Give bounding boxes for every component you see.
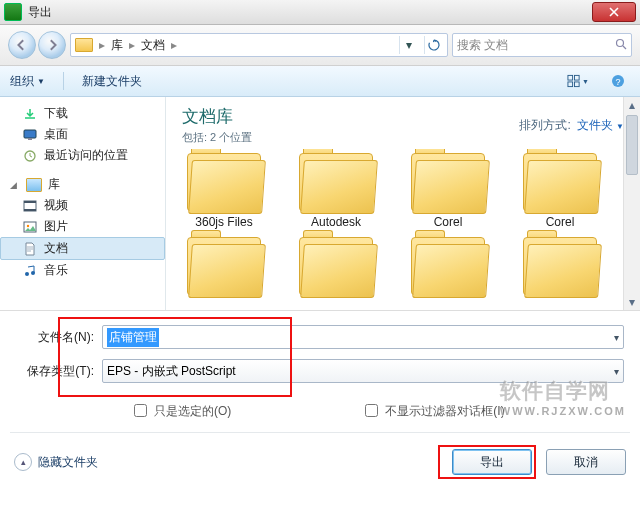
chevron-down-icon: ▼	[582, 78, 589, 85]
folder-label: Autodesk	[311, 215, 361, 229]
folder-icon	[411, 153, 485, 211]
new-folder-button[interactable]: 新建文件夹	[82, 73, 142, 90]
tree-item-libraries[interactable]: ◢库	[0, 174, 165, 195]
search-input[interactable]: 搜索 文档	[452, 33, 632, 57]
folder-icon	[299, 153, 373, 211]
tree-label: 文档	[44, 240, 68, 257]
folder-item[interactable]: Corel	[398, 153, 498, 229]
library-subtitle[interactable]: 包括: 2 个位置	[182, 130, 252, 145]
new-folder-label: 新建文件夹	[82, 73, 142, 90]
library-title: 文档库	[182, 105, 252, 128]
tree-item-downloads[interactable]: 下载	[0, 103, 165, 124]
close-button[interactable]	[592, 2, 636, 22]
folder-label: Corel	[546, 215, 575, 229]
document-icon	[24, 242, 36, 256]
svg-point-14	[27, 224, 29, 226]
recent-icon	[23, 149, 37, 163]
tree-item-desktop[interactable]: 桌面	[0, 124, 165, 145]
tree-label: 桌面	[44, 126, 68, 143]
tree-label: 图片	[44, 218, 68, 235]
checkbox-input[interactable]	[134, 404, 147, 417]
help-icon: ?	[611, 74, 625, 88]
svg-rect-3	[568, 82, 573, 87]
svg-rect-11	[24, 201, 36, 203]
chevron-down-icon[interactable]: ▾	[614, 366, 619, 377]
no-filter-dialog-checkbox[interactable]: 不显示过滤器对话框(I)	[361, 403, 504, 420]
chevron-down-icon[interactable]: ▾	[614, 332, 619, 343]
toolbar: 组织 ▼ 新建文件夹 ▼ ?	[0, 66, 640, 97]
refresh-button[interactable]	[424, 36, 443, 54]
svg-text:?: ?	[615, 77, 620, 87]
checkbox-input[interactable]	[365, 404, 378, 417]
expand-icon[interactable]: ◢	[10, 180, 20, 190]
save-panel: 文件名(N): 店铺管理 ▾ 保存类型(T): EPS - 内嵌式 PostSc…	[0, 311, 640, 403]
folder-icon	[523, 237, 597, 295]
no-filter-dialog-label: 不显示过滤器对话框(I)	[385, 403, 504, 419]
export-button[interactable]: 导出	[452, 449, 532, 475]
video-icon	[23, 200, 37, 212]
address-bar[interactable]: ▸ 库 ▸ 文档 ▸ ▾	[70, 33, 448, 57]
folder-label: Corel	[434, 215, 463, 229]
arrow-left-icon	[16, 39, 28, 51]
window-title: 导出	[28, 4, 592, 21]
nav-row: ▸ 库 ▸ 文档 ▸ ▾ 搜索 文档	[0, 25, 640, 66]
desktop-icon	[23, 129, 37, 141]
scroll-down-icon[interactable]: ▾	[624, 294, 640, 310]
breadcrumb-current[interactable]: 文档	[141, 37, 165, 54]
breadcrumb-root[interactable]: 库	[111, 37, 123, 54]
tree-item-documents[interactable]: 文档	[0, 237, 165, 260]
tree-label: 音乐	[44, 262, 68, 279]
folder-item[interactable]	[510, 231, 610, 295]
folder-icon	[523, 153, 597, 211]
back-button[interactable]	[8, 31, 36, 59]
export-label: 导出	[480, 454, 504, 471]
folder-icon	[75, 38, 93, 52]
address-dropdown[interactable]: ▾	[399, 36, 418, 54]
content-header: 文档库 包括: 2 个位置 排列方式: 文件夹 ▼	[166, 97, 640, 149]
folder-item[interactable]: Autodesk	[286, 153, 386, 229]
picture-icon	[23, 221, 37, 233]
folder-icon	[299, 237, 373, 295]
filetype-select[interactable]: EPS - 内嵌式 PostScript ▾	[102, 359, 624, 383]
vertical-scrollbar[interactable]: ▴ ▾	[623, 97, 640, 310]
scroll-thumb[interactable]	[626, 115, 638, 175]
folder-icon	[187, 153, 261, 211]
chevron-right-icon: ▸	[171, 38, 177, 52]
svg-rect-4	[574, 82, 579, 87]
view-button[interactable]: ▼	[566, 69, 590, 93]
svg-rect-1	[568, 75, 573, 80]
search-placeholder: 搜索 文档	[457, 37, 508, 54]
folder-item[interactable]: Corel	[510, 153, 610, 229]
selected-only-checkbox[interactable]: 只是选定的(O)	[130, 403, 231, 420]
folder-item[interactable]	[398, 231, 498, 295]
svg-point-0	[617, 39, 624, 46]
hide-folders-toggle[interactable]: ▴ 隐藏文件夹	[14, 453, 98, 471]
folder-item[interactable]	[174, 231, 274, 295]
tree-item-pictures[interactable]: 图片	[0, 216, 165, 237]
scroll-up-icon[interactable]: ▴	[624, 97, 640, 113]
arrange-value[interactable]: 文件夹 ▼	[577, 117, 624, 134]
organize-button[interactable]: 组织 ▼	[10, 73, 45, 90]
tree-item-recent[interactable]: 最近访问的位置	[0, 145, 165, 166]
tree-label: 视频	[44, 197, 68, 214]
search-icon	[615, 38, 627, 53]
tree-label: 下载	[44, 105, 68, 122]
svg-rect-2	[574, 75, 579, 80]
tree-item-music[interactable]: 音乐	[0, 260, 165, 281]
options-row: 只是选定的(O) 不显示过滤器对话框(I)	[0, 403, 640, 428]
arrange-label: 排列方式:	[519, 117, 570, 134]
footer: ▴ 隐藏文件夹 导出 取消	[0, 437, 640, 489]
filename-value: 店铺管理	[107, 328, 159, 347]
refresh-icon	[428, 39, 440, 51]
forward-button[interactable]	[38, 31, 66, 59]
folder-item[interactable]: 360js Files	[174, 153, 274, 229]
filename-input[interactable]: 店铺管理 ▾	[102, 325, 624, 349]
cancel-button[interactable]: 取消	[546, 449, 626, 475]
music-icon	[23, 264, 37, 278]
close-icon	[609, 7, 619, 17]
folder-item[interactable]	[286, 231, 386, 295]
cancel-label: 取消	[574, 454, 598, 471]
help-button[interactable]: ?	[606, 69, 630, 93]
tree-item-videos[interactable]: 视频	[0, 195, 165, 216]
folder-grid[interactable]: 360js Files Autodesk Corel Corel	[166, 149, 640, 310]
